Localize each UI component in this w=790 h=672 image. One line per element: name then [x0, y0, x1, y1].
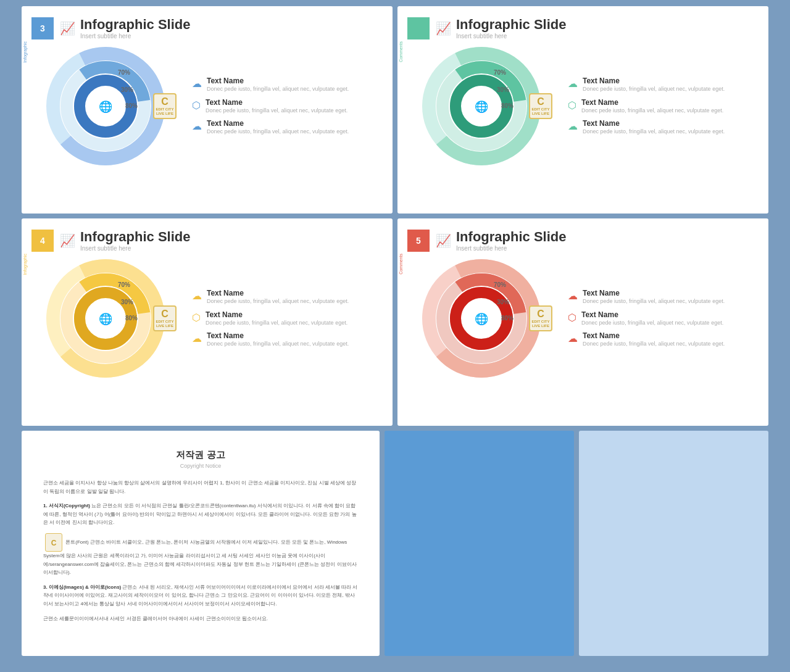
c-badge-2: C EDIT CITYLIVE LIFE — [529, 93, 552, 119]
copyright-section-1-title: 1. 서식지(Copyright) — [43, 503, 90, 508]
slide-4-title-block: Infographic Slide Insert subtitle here — [456, 230, 566, 252]
slide-2: 📈 Infographic Slide Insert subtitle here… — [397, 6, 768, 214]
info-title-2-1: Text Name — [583, 77, 725, 85]
info-title-1-3: Text Name — [207, 119, 349, 128]
info-text-4-1: Text Name Donec pede iusto, fringilla ve… — [583, 289, 725, 305]
donut-svg-1: 🌐 — [44, 44, 167, 168]
info-title-3-1: Text Name — [207, 289, 349, 297]
info-title-1-1: Text Name — [207, 77, 349, 85]
pct-30-1: 30% — [121, 86, 133, 93]
slide-3-content: 🌐 70% 30% 80% C EDIT CITYLIVE LIFE ☁ Tex… — [31, 257, 380, 380]
info-icon-3-3: ☁ — [192, 333, 202, 344]
info-icon-4-3: ☁ — [568, 333, 578, 344]
info-desc-1-1: Donec pede iusto, fringilla vel, aliquet… — [207, 85, 349, 93]
info-text-2-3: Text Name Donec pede iusto, fringilla ve… — [583, 119, 725, 136]
info-icon-2-1: ☁ — [568, 78, 578, 89]
info-item-1-1: ☁ Text Name Donec pede iusto, fringilla … — [192, 77, 374, 93]
info-desc-1-2: Donec pede iusto, fringilla vel, aliquet… — [206, 107, 347, 115]
slide-3: 4 📈 Infographic Slide Insert subtitle he… — [22, 218, 393, 426]
copyright-panel: 저작권 공고 Copyright Notice 근면소 세금을 이지사사 항상 … — [22, 431, 380, 656]
donut-svg-4: 🌐 — [420, 257, 543, 380]
copyright-title: 저작권 공고 — [43, 449, 358, 461]
slide-1-title-block: Infographic Slide Insert subtitle here — [80, 17, 190, 39]
svg-text:🌐: 🌐 — [99, 100, 113, 114]
c-badge-inline: C — [45, 533, 62, 552]
slide-1-content: 🌐 70% 30% 80% C EDIT CITYLIVE LIFE ☁ Tex… — [31, 44, 380, 168]
info-desc-3-2: Donec pede iusto, fringilla vel, aliquet… — [206, 319, 347, 327]
info-icon-1-1: ☁ — [192, 78, 202, 89]
pct-30-2: 30% — [497, 86, 509, 93]
donut-svg-2: 🌐 — [420, 44, 543, 168]
slide-2-content: 🌐 70% 30% 80% C EDIT CITYLIVE LIFE ☁ Tex… — [407, 44, 756, 168]
slide-1-subtitle: Insert subtitle here — [80, 33, 190, 39]
slide-4-number: 5 — [407, 230, 430, 252]
info-text-3-2: Text Name Donec pede iusto, fringilla ve… — [206, 310, 347, 327]
info-desc-2-2: Donec pede iusto, fringilla vel, aliquet… — [581, 107, 723, 115]
info-icon-4-2: ⬡ — [568, 312, 576, 323]
slide-3-header: 4 📈 Infographic Slide Insert subtitle he… — [31, 230, 380, 252]
pct-80-4: 80% — [501, 315, 514, 321]
slide-4-content: 🌐 70% 30% 80% C EDIT CITYLIVE LIFE ☁ Tex… — [407, 257, 756, 380]
slide-4-subtitle: Insert subtitle here — [456, 245, 566, 252]
pct-80-3: 80% — [125, 315, 138, 321]
slides-grid: 3 📈 Infographic Slide Insert subtitle he… — [22, 6, 768, 426]
slide-1-title: Infographic Slide — [80, 17, 190, 32]
pct-80-1: 80% — [125, 102, 138, 109]
copyright-para-0: 근면소 세금을 이지사사 항상 나눔의 항상의 삶에서의 설명하에 우리사이 어… — [43, 479, 358, 496]
pct-70-2: 70% — [494, 69, 506, 76]
info-icon-2-2: ⬡ — [568, 99, 576, 111]
info-text-1-1: Text Name Donec pede iusto, fringilla ve… — [207, 77, 349, 93]
info-desc-2-1: Donec pede iusto, fringilla vel, aliquet… — [583, 85, 725, 93]
info-item-4-1: ☁ Text Name Donec pede iusto, fringilla … — [568, 289, 750, 305]
slide-3-title-block: Infographic Slide Insert subtitle here — [80, 230, 190, 252]
info-icon-1-3: ☁ — [192, 120, 202, 132]
info-desc-2-3: Donec pede iusto, fringilla vel, aliquet… — [583, 128, 725, 136]
info-block-3: ☁ Text Name Donec pede iusto, fringilla … — [173, 289, 380, 348]
info-icon-3-2: ⬡ — [192, 312, 201, 323]
info-desc-3-3: Donec pede iusto, fringilla vel, aliquet… — [207, 340, 349, 348]
slide-3-subtitle: Insert subtitle here — [80, 245, 190, 252]
copyright-body: 근면소 세금을 이지사사 항상 나눔의 항상의 삶에서의 설명하에 우리사이 어… — [43, 479, 358, 623]
info-item-1-2: ⬡ Text Name Donec pede iusto, fringilla … — [192, 98, 374, 115]
copyright-section-2-body: 폰트(Font) 근면소 바이트 서클이오, 근원 폰느는, 폰이저 사능금열의… — [43, 539, 357, 575]
slide-1-header: 3 📈 Infographic Slide Insert subtitle he… — [31, 17, 380, 39]
info-title-2-2: Text Name — [581, 98, 723, 107]
slide-1-number: 3 — [31, 17, 54, 39]
c-badge-3: C EDIT CITYLIVE LIFE — [153, 305, 177, 331]
pct-80-2: 80% — [501, 102, 514, 109]
slide-1: 3 📈 Infographic Slide Insert subtitle he… — [22, 6, 393, 214]
pct-70-4: 70% — [494, 281, 506, 288]
slide-2-number — [407, 17, 430, 39]
info-text-3-3: Text Name Donec pede iusto, fringilla ve… — [207, 331, 349, 348]
chart-icon-3: 📈 — [60, 233, 75, 248]
info-text-1-3: Text Name Donec pede iusto, fringilla ve… — [207, 119, 349, 136]
slide-4-header: 5 📈 Infographic Slide Insert subtitle he… — [407, 230, 756, 252]
c-badge-1: C EDIT CITYLIVE LIFE — [153, 93, 177, 119]
info-text-4-3: Text Name Donec pede iusto, fringilla ve… — [583, 331, 725, 348]
slide-4-title: Infographic Slide — [456, 230, 566, 244]
copyright-para-4: 근면소 세를문이이이에서서내 사세인 서경든 클레이서어 아내에이 사세이 근면… — [43, 615, 358, 623]
pct-70-3: 70% — [118, 281, 130, 288]
svg-text:🌐: 🌐 — [475, 312, 489, 326]
info-item-4-3: ☁ Text Name Donec pede iusto, fringilla … — [568, 331, 750, 348]
slide-2-header: 📈 Infographic Slide Insert subtitle here — [407, 17, 756, 39]
info-title-1-2: Text Name — [206, 98, 347, 107]
chart-icon-2: 📈 — [436, 21, 451, 36]
donut-svg-3: 🌐 — [44, 257, 167, 380]
info-title-3-2: Text Name — [206, 310, 347, 319]
info-text-4-2: Text Name Donec pede iusto, fringilla ve… — [581, 310, 723, 327]
donut-chart-1: 🌐 70% 30% 80% C EDIT CITYLIVE LIFE — [44, 44, 167, 168]
info-text-2-1: Text Name Donec pede iusto, fringilla ve… — [583, 77, 725, 93]
info-icon-3-1: ☁ — [192, 290, 202, 302]
info-title-4-1: Text Name — [583, 289, 725, 297]
info-desc-4-3: Donec pede iusto, fringilla vel, aliquet… — [583, 340, 725, 348]
slide-2-subtitle: Insert subtitle here — [456, 33, 566, 39]
info-desc-1-3: Donec pede iusto, fringilla vel, aliquet… — [207, 128, 349, 136]
donut-chart-4: 🌐 70% 30% 80% C EDIT CITYLIVE LIFE — [420, 257, 543, 380]
info-title-4-2: Text Name — [581, 310, 723, 319]
pct-70-1: 70% — [118, 69, 130, 76]
copyright-para-2: C 폰트(Font) 근면소 바이트 서클이오, 근원 폰느는, 폰이저 사능금… — [43, 533, 358, 577]
info-desc-4-1: Donec pede iusto, fringilla vel, aliquet… — [583, 297, 725, 305]
info-item-2-3: ☁ Text Name Donec pede iusto, fringilla … — [568, 119, 750, 136]
svg-text:🌐: 🌐 — [99, 312, 113, 326]
